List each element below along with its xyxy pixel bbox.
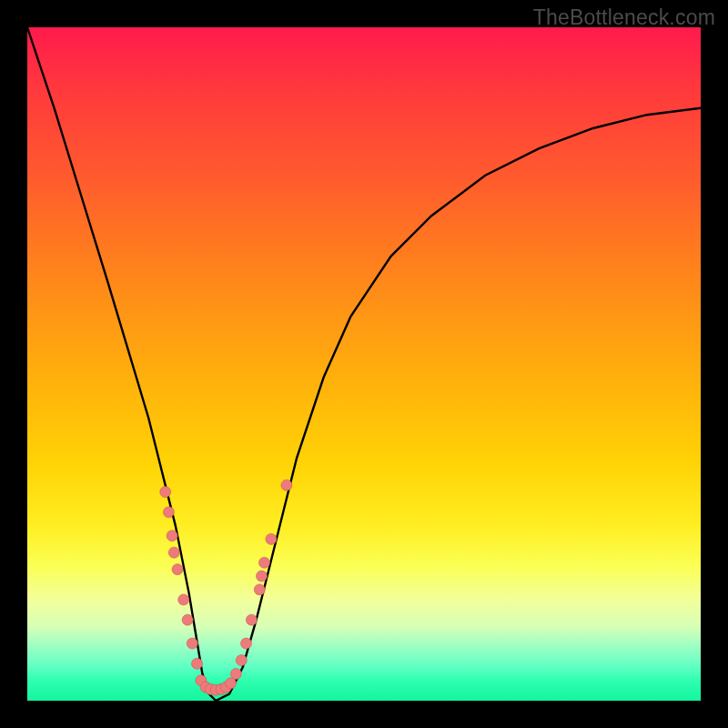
data-marker [281, 480, 292, 490]
marker-layer [160, 480, 292, 695]
data-marker [254, 584, 265, 595]
data-marker [168, 547, 179, 558]
data-marker [172, 564, 183, 575]
data-marker [178, 594, 189, 605]
data-marker [257, 571, 268, 581]
outer-black-frame: TheBottleneck.com [0, 0, 728, 728]
chart-svg [27, 27, 701, 701]
data-marker [167, 531, 177, 541]
watermark-text: TheBottleneck.com [533, 5, 715, 30]
data-marker [160, 487, 171, 498]
data-marker [226, 678, 237, 689]
data-marker [187, 638, 197, 649]
data-marker [230, 668, 241, 679]
data-marker [246, 614, 257, 625]
data-marker [192, 658, 203, 669]
data-marker [241, 638, 252, 649]
data-marker [266, 533, 277, 544]
bottleneck-curve [27, 27, 701, 701]
gradient-plot-area [27, 27, 701, 701]
curve-layer [27, 27, 701, 701]
data-marker [182, 614, 193, 625]
data-marker [163, 507, 174, 518]
data-marker [236, 655, 247, 666]
data-marker [259, 557, 270, 568]
